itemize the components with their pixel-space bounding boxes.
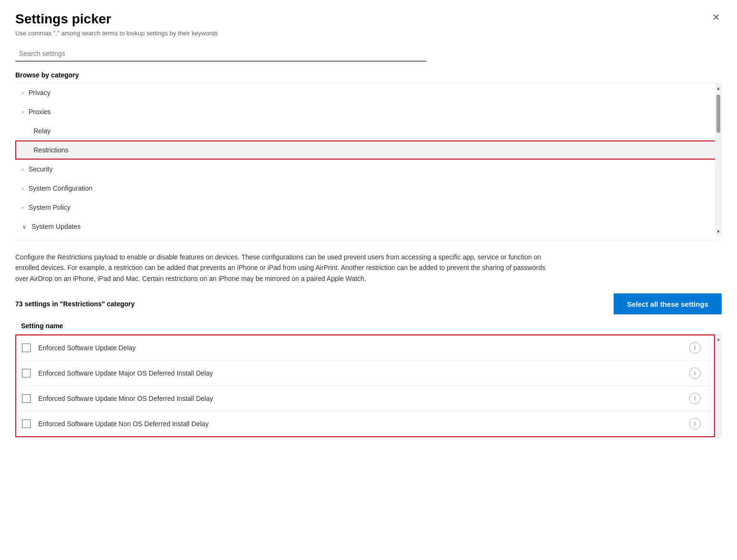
- category-label: System Updates: [32, 223, 81, 230]
- category-label: Relay: [33, 127, 51, 135]
- dialog-header: Settings picker Use commas "," among sea…: [0, 0, 737, 43]
- category-label: Restrictions: [33, 146, 68, 154]
- dialog-subtitle: Use commas "," among search terms to loo…: [15, 30, 722, 37]
- settings-picker-dialog: Settings picker Use commas "," among sea…: [0, 0, 737, 560]
- category-item-system-updates[interactable]: ∨ System Updates: [15, 217, 722, 236]
- category-item-proxies[interactable]: › Proxies: [15, 102, 722, 121]
- setting-name-4: Enforced Software Update Non OS Deferred…: [38, 420, 689, 428]
- info-icon-4[interactable]: i: [689, 418, 701, 430]
- chevron-right-icon: ›: [22, 90, 24, 96]
- info-icon-3[interactable]: i: [689, 393, 701, 404]
- table-row: Enforced Software Update Delay i: [16, 335, 714, 361]
- chevron-down-icon: ∨: [22, 223, 27, 230]
- close-button[interactable]: ✕: [708, 10, 724, 25]
- chevron-right-icon: ›: [22, 166, 24, 172]
- setting-checkbox-4[interactable]: [22, 420, 31, 428]
- category-label: System Policy: [29, 204, 71, 211]
- settings-count-row: 73 settings in "Restrictions" category S…: [0, 290, 737, 318]
- browse-section: Browse by category › Privacy › Proxies R…: [0, 67, 737, 236]
- category-item-restrictions[interactable]: Restrictions: [15, 140, 722, 160]
- category-scrollbar: ▲ ▼: [715, 83, 722, 236]
- chevron-right-icon: ›: [22, 109, 24, 115]
- chevron-right-icon: ›: [22, 205, 24, 210]
- select-all-button[interactable]: Select all these settings: [614, 293, 722, 314]
- table-row: Enforced Software Update Major OS Deferr…: [16, 361, 714, 386]
- table-scrollbar: ▲: [715, 334, 722, 437]
- category-label: System Configuration: [29, 184, 93, 192]
- settings-count: 73 settings in "Restrictions" category: [15, 300, 135, 308]
- setting-checkbox-3[interactable]: [22, 394, 31, 403]
- info-icon-2[interactable]: i: [689, 367, 701, 379]
- category-item-security[interactable]: › Security: [15, 160, 722, 179]
- category-label: Privacy: [29, 89, 51, 97]
- dialog-title: Settings picker: [15, 11, 722, 27]
- info-icon-1[interactable]: i: [689, 342, 701, 354]
- description-section: Configure the Restrictions payload to en…: [0, 244, 574, 290]
- scroll-down-arrow[interactable]: ▼: [715, 226, 722, 236]
- category-item-privacy[interactable]: › Privacy: [15, 83, 722, 102]
- setting-name-1: Enforced Software Update Delay: [38, 344, 689, 352]
- table-row: Enforced Software Update Minor OS Deferr…: [16, 386, 714, 411]
- description-text: Configure the Restrictions payload to en…: [15, 253, 545, 282]
- category-item-system-policy[interactable]: › System Policy: [15, 198, 722, 217]
- chevron-right-icon: ›: [22, 185, 24, 191]
- category-label: Proxies: [29, 108, 51, 116]
- category-list: › Privacy › Proxies Relay Restrictions ›…: [15, 83, 722, 236]
- setting-checkbox-1[interactable]: [22, 344, 31, 352]
- settings-list: Enforced Software Update Delay i Enforce…: [15, 334, 715, 437]
- section-divider: [15, 240, 722, 240]
- search-row: [0, 43, 737, 67]
- table-wrapper: Enforced Software Update Delay i Enforce…: [15, 334, 722, 437]
- setting-name-3: Enforced Software Update Minor OS Deferr…: [38, 395, 689, 402]
- category-item-system-configuration[interactable]: › System Configuration: [15, 179, 722, 198]
- settings-column-header: Setting name: [15, 318, 722, 334]
- search-input[interactable]: [15, 46, 426, 62]
- table-row: Enforced Software Update Non OS Deferred…: [16, 411, 714, 436]
- browse-label: Browse by category: [15, 71, 722, 79]
- scroll-up-arrow[interactable]: ▲: [715, 83, 722, 93]
- setting-name-2: Enforced Software Update Major OS Deferr…: [38, 369, 689, 377]
- settings-table: Setting name Enforced Software Update De…: [0, 318, 737, 437]
- table-content: Enforced Software Update Delay i Enforce…: [15, 334, 715, 437]
- category-label: Security: [29, 165, 53, 173]
- scroll-thumb: [716, 95, 720, 133]
- category-item-relay[interactable]: Relay: [15, 121, 722, 140]
- table-scroll-up-arrow[interactable]: ▲: [715, 334, 722, 344]
- setting-checkbox-2[interactable]: [22, 369, 31, 377]
